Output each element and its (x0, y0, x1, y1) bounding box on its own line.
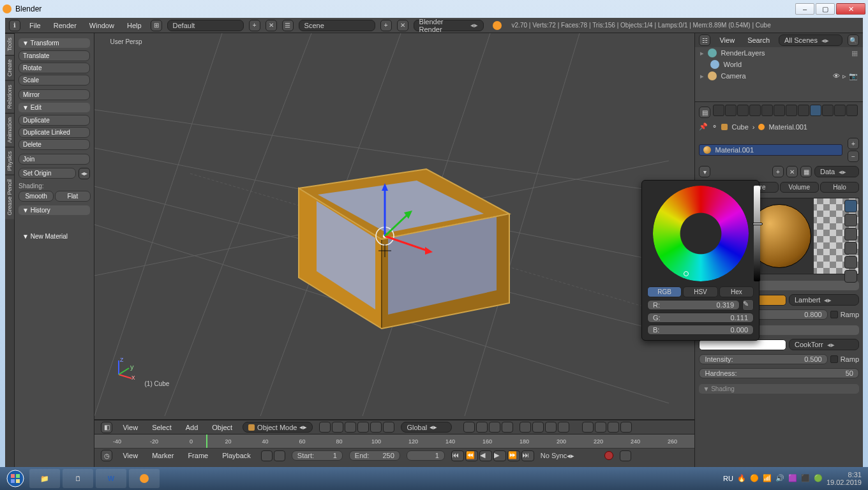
tl-menu-view[interactable]: View (119, 452, 142, 459)
ctx-material-icon[interactable] (810, 105, 821, 116)
ctx-object-icon[interactable] (761, 105, 773, 116)
hue-saturation-wheel[interactable] (653, 186, 749, 281)
outliner-item-renderlayers[interactable]: ▸ RenderLayers ▦ (695, 47, 863, 59)
current-frame-field[interactable]: 1 (407, 450, 445, 461)
specular-ramp-checkbox[interactable] (830, 355, 838, 363)
play-reverse-button[interactable]: ◀ (479, 450, 492, 461)
interaction-mode-dropdown[interactable]: Object Mode ◂▸ (243, 422, 313, 433)
minimize-button[interactable]: – (795, 3, 814, 15)
vp-menu-add[interactable]: Add (182, 424, 202, 431)
ctx-modifiers-icon[interactable] (786, 105, 797, 116)
slot-add-button[interactable]: + (848, 138, 859, 149)
start-button[interactable] (3, 468, 28, 489)
scene-del-button[interactable]: ✕ (397, 20, 408, 31)
ctx-constraints-icon[interactable] (774, 105, 785, 116)
slot-copy-button[interactable]: + (772, 166, 784, 177)
keying-lock-icon[interactable] (274, 450, 285, 461)
render-toggle-icon[interactable]: 📷 (849, 72, 858, 80)
scene-add-button[interactable]: + (380, 20, 392, 31)
outliner-filter-dropdown[interactable]: All Scenes◂▸ (779, 34, 842, 46)
tray-icon-5[interactable]: 🟪 (788, 474, 797, 483)
ctx-scene-icon[interactable] (737, 105, 749, 116)
orientation-dropdown[interactable]: Global◂▸ (401, 422, 452, 433)
menu-window[interactable]: Window (86, 22, 118, 29)
editor-type-outliner-icon[interactable]: ☷ (699, 34, 710, 46)
ctx-physics-icon[interactable] (846, 105, 858, 116)
auto-keyframe-icon[interactable] (261, 450, 273, 461)
preview-flat-icon[interactable] (844, 200, 857, 212)
vp-menu-select[interactable]: Select (148, 424, 176, 431)
menu-file[interactable]: File (26, 22, 45, 29)
scale-button[interactable]: Scale (19, 75, 90, 85)
duplicate-linked-button[interactable]: Duplicate Linked (19, 127, 90, 138)
new-material-header[interactable]: ▼ New Material (19, 232, 90, 241)
outliner-search-icon[interactable]: 🔍 (848, 34, 859, 46)
editor-type-icon[interactable]: ℹ (9, 20, 20, 31)
menu-help[interactable]: Help (123, 22, 146, 29)
colormode-hex-tab[interactable]: Hex (719, 286, 754, 297)
preview-cube-icon[interactable] (844, 228, 857, 241)
join-button[interactable]: Join (19, 154, 90, 165)
taskbar-blender-icon[interactable] (129, 469, 160, 488)
diffuse-shader-dropdown[interactable]: Lambert◂▸ (789, 294, 859, 306)
jump-next-button[interactable]: ⏩ (507, 450, 520, 461)
tray-icon-6[interactable]: ⬛ (801, 474, 810, 483)
set-origin-dropdown[interactable]: Set Origin (19, 168, 76, 179)
ctx-texture-icon[interactable] (822, 105, 834, 116)
colormode-rgb-tab[interactable]: RGB (647, 286, 682, 297)
close-button[interactable]: ✕ (836, 3, 865, 15)
keying-set-icon[interactable] (620, 450, 631, 461)
tab-tools[interactable]: Tools (5, 33, 14, 55)
colormode-hsv-tab[interactable]: HSV (683, 286, 717, 297)
pin-icon[interactable]: 📌 (699, 122, 708, 131)
hardness-field[interactable]: Hardness:50 (699, 368, 859, 378)
layers-5-icon[interactable] (520, 422, 531, 433)
preview-monkey-icon[interactable] (844, 242, 857, 255)
material-slot[interactable]: Material.001 (699, 144, 842, 156)
specular-shader-dropdown[interactable]: CookTorr◂▸ (789, 339, 859, 350)
layers-4-icon[interactable] (502, 422, 513, 433)
link-dropdown[interactable]: Data◂▸ (814, 166, 859, 177)
ol-menu-view[interactable]: View (715, 36, 738, 44)
scene-browse-icon[interactable]: ☰ (282, 20, 294, 31)
timeline-cursor[interactable] (206, 434, 207, 448)
ctx-data-icon[interactable] (798, 105, 809, 116)
cursor-icon[interactable]: ▹ (842, 72, 846, 80)
preview-hair-icon[interactable] (844, 256, 857, 269)
maximize-button[interactable]: ▢ (816, 3, 835, 15)
value-slider-cursor[interactable] (752, 223, 763, 225)
node-toggle-icon[interactable]: ▦ (800, 166, 812, 177)
jump-prev-button[interactable]: ⏪ (465, 450, 478, 461)
timeline-ruler[interactable]: -40 -20 0 20 40 60 80 100 120 140 160 18… (94, 434, 694, 449)
start-frame-field[interactable]: Start:1 (292, 450, 343, 461)
snap-icon[interactable] (582, 422, 594, 433)
shading-mode-icon[interactable] (319, 422, 331, 433)
sync-dropdown[interactable]: No Sync◂▸ (541, 452, 598, 460)
editor-type-properties-icon[interactable]: ▤ (699, 107, 710, 118)
tab-grease-pencil[interactable]: Grease Pencil (5, 175, 14, 219)
manipulator-scale-icon[interactable] (383, 422, 394, 433)
menu-render[interactable]: Render (50, 22, 80, 29)
layout-del-button[interactable]: ✕ (266, 20, 277, 31)
translate-button[interactable]: Translate (19, 50, 90, 61)
scene-dropdown[interactable]: Scene (299, 20, 375, 31)
record-button[interactable] (604, 451, 613, 460)
tray-icon-7[interactable]: 🟢 (814, 474, 823, 483)
mat-type-volume[interactable]: Volume (780, 182, 819, 193)
outliner-item-camera[interactable]: ▸ Camera 👁 ▹ 📷 (695, 70, 863, 82)
outliner-item-world[interactable]: World (695, 59, 863, 70)
ctx-world-icon[interactable] (749, 105, 761, 116)
color-r-field[interactable]: R:0.319 (647, 300, 740, 310)
specular-intensity-field[interactable]: Intensity:0.500 (699, 354, 827, 364)
system-time[interactable]: 8:31 19.02.2019 (827, 471, 862, 486)
tl-menu-playback[interactable]: Playback (218, 452, 255, 459)
jump-start-button[interactable]: ⏮ (451, 450, 464, 461)
tl-menu-frame[interactable]: Frame (184, 452, 212, 459)
jump-end-button[interactable]: ⏭ (521, 450, 534, 461)
tray-icon-3[interactable]: 📶 (763, 474, 772, 483)
wheel-cursor[interactable] (684, 271, 689, 276)
color-g-field[interactable]: G:0.111 (647, 313, 754, 323)
editor-type-3dview-icon[interactable]: ◧ (101, 422, 112, 433)
slot-menu-button[interactable]: ▾ (699, 166, 710, 177)
set-origin-arrows-icon[interactable]: ◂▸ (79, 168, 90, 179)
